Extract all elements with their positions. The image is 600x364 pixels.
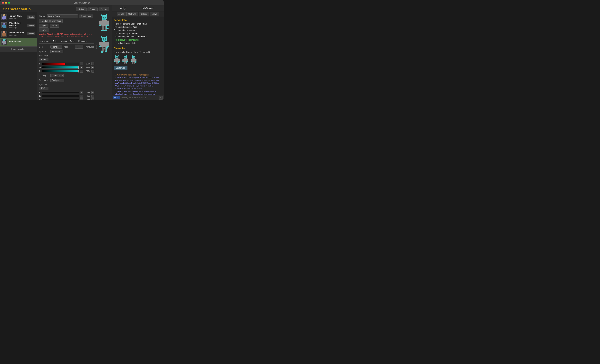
char-info-3: Rihanna Murphy passenger	[9, 32, 26, 36]
randomize-name-button[interactable]: Randomize	[79, 15, 93, 18]
customize-button[interactable]: Customize	[113, 66, 127, 70]
eye-rgb-mode-button[interactable]: RGB▼	[39, 87, 48, 90]
eye-r-plus[interactable]: +	[91, 91, 94, 94]
svg-rect-0	[3, 14, 5, 16]
lobby-tab[interactable]: Lobby	[112, 5, 133, 11]
character-setup-title: Character setup	[3, 7, 31, 11]
delete-char-2[interactable]: Delete	[27, 24, 35, 27]
eye-g-minus[interactable]: -	[80, 95, 83, 98]
eye-b-minus[interactable]: -	[80, 98, 83, 100]
char-item-4[interactable]: Iantha Green	[0, 38, 37, 46]
svg-rect-74	[115, 58, 119, 62]
server-mode: The current game mode is: Sandbox	[113, 35, 162, 38]
svg-rect-5	[6, 17, 6, 19]
editor-save-button[interactable]: Save	[39, 28, 49, 32]
tab-traits[interactable]: Traits	[68, 39, 77, 43]
save-button[interactable]: Save	[87, 7, 98, 11]
create-slot-button[interactable]: Create new slot...	[0, 47, 37, 52]
species-row: Species: Reptilian Human Moth	[39, 50, 94, 53]
r-slider-track[interactable]	[42, 63, 79, 65]
svg-rect-38	[103, 18, 106, 20]
lobby-header: Lobby MyServer	[112, 5, 164, 11]
char-item-2[interactable]: Witseidutsei-Neetizei passenger Delete	[0, 21, 37, 30]
svg-rect-13	[3, 28, 4, 28]
char-avatar-2	[1, 22, 7, 28]
g-plus[interactable]: +	[91, 66, 94, 69]
backpack-dropdown[interactable]: Backpack	[50, 79, 64, 82]
skin-color-label: Skin color:	[39, 55, 94, 57]
server-motto: >No stress, build something!	[113, 38, 162, 42]
call-vote-button[interactable]: Call vote	[126, 12, 138, 16]
svg-rect-56	[103, 40, 106, 41]
clothing-label: Clothing:	[39, 75, 49, 77]
eye-g-plus[interactable]: +	[91, 95, 94, 98]
b-minus[interactable]: -	[80, 70, 83, 73]
b-plus[interactable]: +	[91, 70, 94, 73]
options-button[interactable]: Options	[139, 12, 149, 16]
tab-antags[interactable]: Antags	[59, 39, 68, 43]
r-minus[interactable]: -	[80, 62, 83, 65]
char-item-3[interactable]: Rihanna Murphy passenger Delete	[0, 30, 37, 38]
g-minus[interactable]: -	[80, 66, 83, 69]
minimize-button[interactable]	[5, 2, 7, 4]
sex-dropdown[interactable]: Female Male	[50, 45, 62, 49]
char-item-1[interactable]: Hannah Khan passenger Delete	[0, 13, 37, 21]
svg-rect-83	[117, 64, 118, 64]
char-role-1: passenger	[9, 17, 26, 19]
species-dropdown[interactable]: Reptilian Human Moth	[50, 50, 63, 53]
name-row: Name: Randomize	[39, 14, 94, 18]
close-button[interactable]	[2, 2, 4, 4]
rules-button[interactable]: Rules	[76, 7, 86, 11]
close-button-header[interactable]: Close	[99, 7, 109, 11]
import-button[interactable]: Import	[39, 24, 48, 28]
svg-rect-11	[2, 25, 3, 27]
rgb-mode-button[interactable]: RGB▼	[39, 58, 48, 61]
character-setup-header: Character setup Rules Save Close	[0, 5, 112, 12]
r-slider-row: R - 159.0 +	[39, 62, 94, 65]
svg-rect-112	[134, 62, 135, 64]
svg-rect-14	[5, 28, 5, 28]
eye-b-plus[interactable]: +	[91, 98, 94, 100]
pronouns-dropdown[interactable]: She / Her He / Him They / Them	[96, 45, 97, 49]
eye-r-slider-row: R - 0.00 +	[39, 91, 94, 94]
randomize-all-button[interactable]: Randomize everything	[39, 19, 63, 23]
svg-rect-7	[5, 19, 5, 20]
ahelp-button[interactable]: AHelp	[117, 12, 126, 16]
tab-markings[interactable]: Markings	[77, 39, 88, 43]
svg-rect-88	[125, 57, 126, 58]
eye-g-track[interactable]	[42, 95, 79, 97]
svg-rect-18	[3, 33, 6, 36]
g-slider-track[interactable]	[42, 66, 79, 69]
svg-rect-22	[5, 36, 5, 37]
char-avatar-4	[1, 39, 7, 45]
server-name-tab[interactable]: MyServer	[133, 5, 164, 11]
eye-b-track[interactable]	[42, 99, 79, 100]
svg-rect-45	[102, 26, 104, 30]
chat-input-field[interactable]	[121, 97, 158, 99]
svg-rect-4	[2, 17, 3, 19]
b-slider-track[interactable]	[42, 70, 79, 72]
clothing-dropdown[interactable]: Jumpsuit	[50, 74, 64, 77]
svg-rect-79	[116, 62, 117, 64]
import-export-row: Import Export	[39, 24, 94, 28]
tab-jobs[interactable]: Jobs	[51, 39, 59, 43]
eye-r-minus[interactable]: -	[80, 91, 83, 94]
delete-char-3[interactable]: Delete	[27, 32, 35, 35]
maximize-button[interactable]	[8, 2, 10, 4]
svg-rect-93	[122, 61, 124, 62]
svg-rect-27	[5, 40, 5, 40]
svg-rect-19	[2, 33, 3, 36]
name-input[interactable]	[47, 14, 78, 18]
eye-b-label: B	[39, 99, 41, 100]
r-plus[interactable]: +	[91, 62, 94, 65]
delete-char-1[interactable]: Delete	[27, 16, 35, 19]
filter-button[interactable]	[159, 96, 163, 100]
eye-r-track[interactable]	[42, 91, 79, 94]
char-name-1: Hannah Khan	[9, 15, 26, 17]
svg-rect-108	[135, 59, 136, 61]
export-button[interactable]: Export	[50, 24, 59, 28]
leave-button[interactable]: Leave	[150, 12, 159, 16]
sex-label: Sex:	[39, 46, 49, 48]
age-input[interactable]	[75, 45, 83, 49]
svg-rect-26	[4, 40, 4, 40]
